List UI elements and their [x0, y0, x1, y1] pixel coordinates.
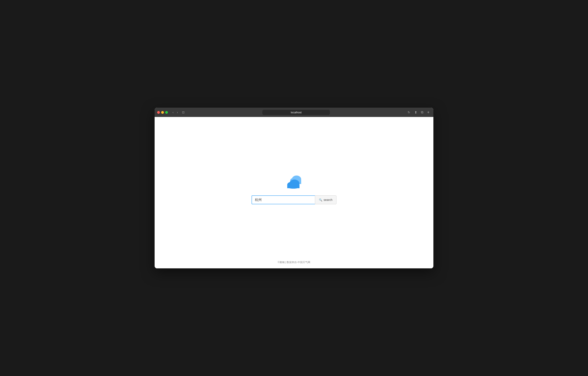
- search-button[interactable]: 🔍 search: [315, 195, 336, 204]
- svg-point-6: [287, 185, 299, 189]
- forward-button[interactable]: ›: [176, 110, 179, 115]
- share-button[interactable]: ⬆: [413, 110, 418, 115]
- nav-buttons: ‹ ›: [171, 110, 179, 115]
- cloud-icon: [284, 173, 304, 189]
- sidebar-toggle-button[interactable]: ⊡: [181, 110, 186, 115]
- page-content: 🔍 search ©酱鲍 | 数据来自-中国天气网: [155, 117, 433, 268]
- search-button-label: search: [324, 198, 332, 201]
- address-bar-input[interactable]: [262, 110, 330, 115]
- title-bar: ‹ › ⊡ ↻ ⬆ ⧉ +: [155, 108, 433, 117]
- back-button[interactable]: ‹: [171, 110, 175, 115]
- traffic-lights: [157, 111, 168, 114]
- browser-window: ‹ › ⊡ ↻ ⬆ ⧉ +: [155, 108, 433, 268]
- new-tab-button[interactable]: +: [426, 110, 431, 114]
- tab-manager-button[interactable]: ⧉: [420, 110, 425, 115]
- search-magnifier-icon: 🔍: [319, 198, 322, 201]
- close-button[interactable]: [157, 111, 160, 114]
- footer-text: ©酱鲍 | 数据来自-中国天气网: [278, 261, 310, 264]
- main-area: 🔍 search: [252, 173, 336, 204]
- minimize-button[interactable]: [161, 111, 164, 114]
- toolbar-right: ⬆ ⧉ +: [413, 110, 431, 115]
- search-form: 🔍 search: [252, 195, 336, 204]
- cloud-icon-container: [284, 173, 304, 189]
- maximize-button[interactable]: [165, 111, 168, 114]
- footer: ©酱鲍 | 数据来自-中国天气网: [278, 261, 310, 264]
- reload-button[interactable]: ↻: [406, 110, 411, 115]
- city-search-input[interactable]: [252, 195, 315, 204]
- address-bar-container: [190, 110, 402, 115]
